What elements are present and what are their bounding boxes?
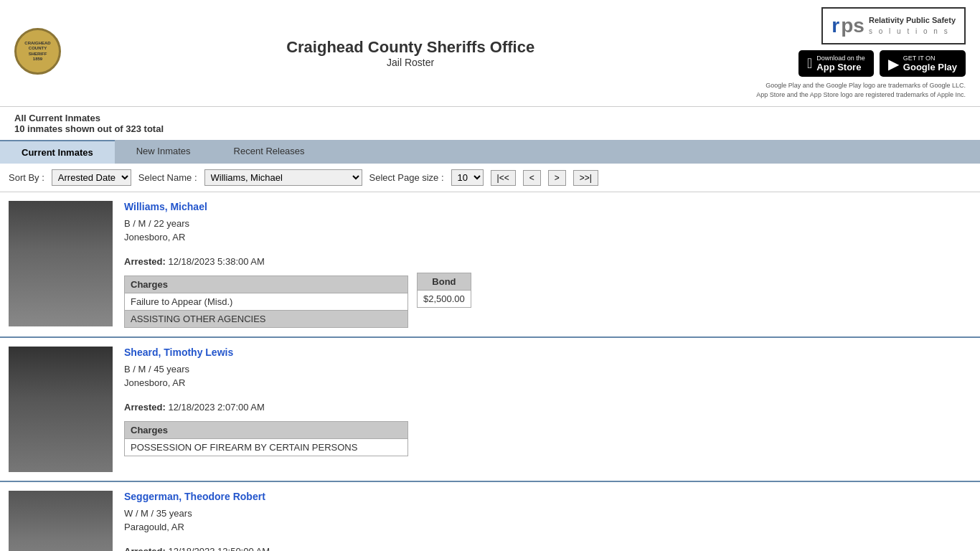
- apple-icon: : [807, 55, 812, 72]
- inmate-arrested-date: Arrested: 12/18/2023 12:50:00 AM: [124, 546, 971, 551]
- inmate-location: Paragould, AR: [124, 522, 971, 532]
- header-title-area: Craighead County Sheriffs Office Jail Ro…: [65, 38, 756, 68]
- inmate-demographics: B / M / 45 years: [124, 364, 971, 375]
- inmate-count-area: All Current Inmates 10 inmates shown out…: [0, 107, 980, 140]
- page-size-label: Select Page size :: [369, 172, 444, 183]
- inmate-count-line1: All Current Inmates: [14, 113, 966, 123]
- google-play-icon: ▶: [888, 55, 899, 72]
- bond-header: Bond: [418, 273, 471, 291]
- charge-item: ASSISTING OTHER AGENCIES: [125, 311, 408, 328]
- page-size-select[interactable]: 10: [451, 169, 484, 186]
- charges-table: ChargesPOSSESSION OF FIREARM BY CERTAIN …: [124, 421, 408, 456]
- app-store-badge[interactable]:  Download on the App Store: [798, 50, 874, 77]
- trademark-text: Google Play and the Google Play logo are…: [756, 81, 966, 99]
- charge-item: Failure to Appear (Misd.): [125, 293, 408, 311]
- google-play-text: GET IT ON Google Play: [903, 55, 957, 72]
- sort-by-label: Sort By :: [9, 172, 44, 183]
- list-controls: Sort By : Arrested Date Select Name : Wi…: [0, 164, 980, 192]
- inmate-list: Williams, MichaelB / M / 22 yearsJonesbo…: [0, 192, 980, 551]
- inmate-location: Jonesboro, AR: [124, 232, 971, 242]
- inmate-name[interactable]: Williams, Michael: [124, 201, 971, 212]
- sort-by-select[interactable]: Arrested Date: [52, 169, 131, 186]
- nav-prev-button[interactable]: <: [523, 170, 541, 186]
- select-name-dropdown[interactable]: Williams, Michael: [204, 169, 362, 186]
- charges-table: ChargesFailure to Appear (Misd.)ASSISTIN…: [124, 276, 408, 328]
- inmate-photo: [9, 347, 113, 472]
- inmate-row: Seggerman, Theodore RobertW / M / 35 yea…: [0, 482, 980, 551]
- nav-next-button[interactable]: >: [548, 170, 566, 186]
- rps-r-text: r: [831, 14, 839, 37]
- inmate-demographics: W / M / 35 years: [124, 508, 971, 519]
- charges-bond-row: ChargesPOSSESSION OF FIREARM BY CERTAIN …: [124, 418, 971, 456]
- inmate-count-line2: 10 inmates shown out of 323 total: [14, 123, 966, 134]
- inmate-info: Seggerman, Theodore RobertW / M / 35 yea…: [124, 491, 971, 551]
- charges-header: Charges: [125, 422, 408, 439]
- page-subtitle: Jail Roster: [65, 57, 756, 68]
- google-play-badge[interactable]: ▶ GET IT ON Google Play: [880, 50, 966, 77]
- rps-ps-text: ps: [841, 14, 864, 37]
- charges-header: Charges: [125, 276, 408, 293]
- rps-logo: r ps Relativity Public Safety s o l u t …: [821, 7, 966, 44]
- inmate-name[interactable]: Seggerman, Theodore Robert: [124, 491, 971, 502]
- app-badges-area:  Download on the App Store ▶ GET IT ON …: [798, 50, 966, 77]
- page-header: CRAIGHEADCOUNTYSHERIFF1859 Craighead Cou…: [0, 0, 980, 107]
- bond-amount: $2,500.00: [418, 291, 471, 308]
- inmate-demographics: B / M / 22 years: [124, 218, 971, 229]
- header-right-area: r ps Relativity Public Safety s o l u t …: [756, 7, 966, 99]
- inmate-info: Williams, MichaelB / M / 22 yearsJonesbo…: [124, 201, 971, 328]
- inmate-photo: [9, 491, 113, 551]
- sheriff-badge: CRAIGHEADCOUNTYSHERIFF1859: [14, 28, 61, 75]
- inmate-name[interactable]: Sheard, Timothy Lewis: [124, 347, 971, 358]
- tab-current-inmates[interactable]: Current Inmates: [0, 140, 115, 164]
- charges-bond-row: ChargesFailure to Appear (Misd.)ASSISTIN…: [124, 273, 971, 328]
- nav-tabs: Current Inmates New Inmates Recent Relea…: [0, 140, 980, 164]
- sheriff-badge-logo: CRAIGHEADCOUNTYSHERIFF1859: [14, 28, 65, 78]
- charge-item: POSSESSION OF FIREARM BY CERTAIN PERSONS: [125, 439, 408, 456]
- page-title: Craighead County Sheriffs Office: [65, 38, 756, 57]
- select-name-label: Select Name :: [138, 172, 197, 183]
- inmate-row: Sheard, Timothy LewisB / M / 45 yearsJon…: [0, 338, 980, 482]
- nav-last-button[interactable]: >>|: [573, 170, 598, 186]
- inmate-row: Williams, MichaelB / M / 22 yearsJonesbo…: [0, 192, 980, 338]
- bond-table: Bond$2,500.00: [417, 273, 471, 308]
- rps-full-text: Relativity Public Safety s o l u t i o n…: [869, 15, 956, 36]
- app-store-text: Download on the App Store: [816, 55, 865, 72]
- inmate-photo: [9, 201, 113, 326]
- inmate-arrested-date: Arrested: 12/18/2023 5:38:00 AM: [124, 256, 971, 267]
- tab-recent-releases[interactable]: Recent Releases: [212, 140, 326, 164]
- nav-first-button[interactable]: |<<: [491, 170, 516, 186]
- inmate-location: Jonesboro, AR: [124, 377, 971, 388]
- inmate-info: Sheard, Timothy LewisB / M / 45 yearsJon…: [124, 347, 971, 456]
- inmate-arrested-date: Arrested: 12/18/2023 2:07:00 AM: [124, 402, 971, 413]
- tab-new-inmates[interactable]: New Inmates: [115, 140, 212, 164]
